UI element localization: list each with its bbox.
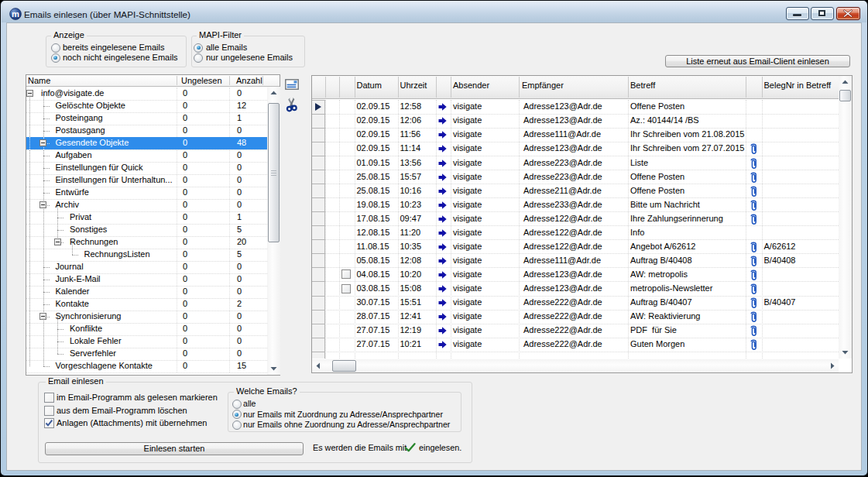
svg-text:m: m: [12, 9, 19, 19]
